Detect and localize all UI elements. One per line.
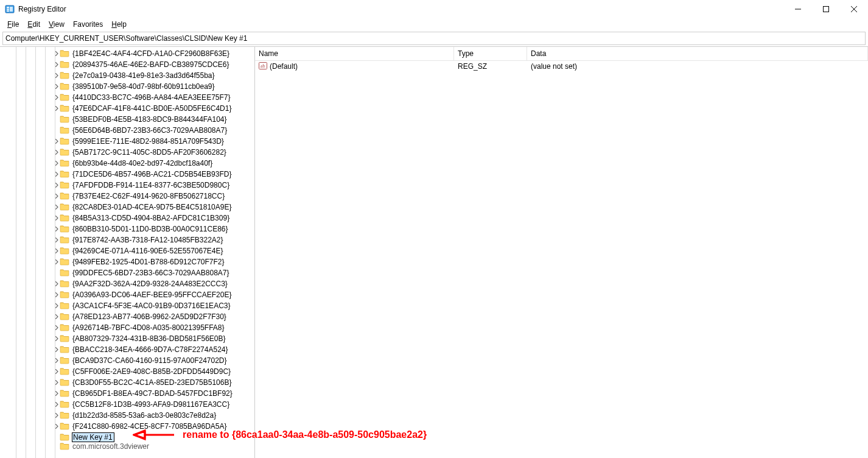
tree-item[interactable]: {CB965DF1-B8EA-49C7-BDAD-5457FDC1BF92} xyxy=(0,388,254,399)
expand-icon[interactable] xyxy=(54,149,60,155)
expand-icon[interactable] xyxy=(54,83,60,90)
address-bar[interactable]: Computer\HKEY_CURRENT_USER\Software\Clas… xyxy=(2,32,866,45)
svg-rect-4 xyxy=(10,7,13,12)
expand-icon[interactable] xyxy=(54,358,60,364)
expand-icon[interactable] xyxy=(54,72,60,79)
expand-icon[interactable] xyxy=(54,412,60,418)
tree-item[interactable]: {389510b7-9e58-40d7-98bf-60b911cb0ea9} xyxy=(0,81,254,92)
tree-item[interactable]: {7AFDFDDB-F914-11E4-8377-6C3BE50D980C} xyxy=(0,180,254,191)
col-name[interactable]: Name xyxy=(255,47,454,60)
folder-icon xyxy=(60,213,72,224)
menu-file[interactable]: File xyxy=(4,19,23,30)
tree-item[interactable]: {BBACC218-34EA-4666-9D7A-C78F2274A524} xyxy=(0,344,254,355)
tree-item[interactable]: {F241C880-6982-4CE5-8CF7-7085BA96DA5A} xyxy=(0,421,254,432)
menu-help[interactable]: Help xyxy=(108,19,130,30)
tree-item[interactable]: {5999E1EE-711E-48D2-9884-851A709F543D} xyxy=(0,136,254,147)
folder-icon xyxy=(60,147,72,158)
tree-item[interactable]: {A926714B-7BFC-4D08-A035-80021395FFA8} xyxy=(0,322,254,333)
expand-icon[interactable] xyxy=(54,281,60,287)
minimize-button[interactable] xyxy=(784,0,812,18)
tree-item-label: com.microsoft.3dviewer xyxy=(72,443,150,450)
tree-item[interactable]: {71DCE5D6-4B57-496B-AC21-CD5B54EB93FD} xyxy=(0,169,254,180)
tree-item[interactable]: {84B5A313-CD5D-4904-8BA2-AFDC81C1B309} xyxy=(0,213,254,224)
expand-icon[interactable] xyxy=(54,94,60,100)
tree-item[interactable]: {CB3D0F55-BC2C-4C1A-85ED-23ED75B5106B} xyxy=(0,377,254,388)
expand-icon[interactable] xyxy=(54,193,60,199)
expand-icon[interactable] xyxy=(54,292,60,298)
expand-icon[interactable] xyxy=(54,379,60,386)
tree-item[interactable]: {94269C4E-071A-4116-90E6-52E557067E4E} xyxy=(0,245,254,256)
tree-item[interactable]: {99DDFEC5-6BD7-23B3-66C3-7029AAB808A7} xyxy=(0,267,254,278)
expand-icon[interactable] xyxy=(54,215,60,221)
expand-icon[interactable] xyxy=(54,368,60,375)
tree-item[interactable]: {56E6D64B-6BD7-23B3-66C3-7029AAB808A7} xyxy=(0,125,254,136)
tree-item[interactable]: {C5FF006E-2AE9-408C-B85B-2DFDD5449D9C} xyxy=(0,366,254,377)
expand-icon[interactable] xyxy=(54,390,60,396)
address-text: Computer\HKEY_CURRENT_USER\Software\Clas… xyxy=(5,34,247,43)
expand-icon[interactable] xyxy=(54,248,60,254)
list-row[interactable]: ab(Default)REG_SZ(value not set) xyxy=(255,61,868,72)
rename-input[interactable]: New Key #1 xyxy=(72,432,114,442)
expand-icon[interactable] xyxy=(54,259,60,265)
expand-icon[interactable] xyxy=(54,138,60,144)
tree-item-editing[interactable]: New Key #1 xyxy=(0,432,254,443)
tree-item[interactable]: {82CA8DE3-01AD-4CEA-9D75-BE4C51810A9E} xyxy=(0,202,254,213)
tree-item[interactable]: {1BF42E4C-4AF4-4CFD-A1A0-CF2960B8F63E} xyxy=(0,48,254,59)
tree-item[interactable]: {A78ED123-AB77-406B-9962-2A5D9D2F7F30} xyxy=(0,311,254,322)
tree-item[interactable]: {860BB310-5D01-11D0-BD3B-00A0C911CE86} xyxy=(0,224,254,234)
tree-item[interactable]: {7B37E4E2-C62F-4914-9620-8FB5062718CC} xyxy=(0,191,254,202)
tree-item[interactable]: {BCA9D37C-CA60-4160-9115-97A00F24702D} xyxy=(0,355,254,366)
expand-icon[interactable] xyxy=(54,423,60,429)
expand-icon[interactable] xyxy=(54,303,60,309)
expand-icon[interactable] xyxy=(54,325,60,331)
tree-item[interactable]: {A0396A93-DC06-4AEF-BEE9-95FFCCAEF20E} xyxy=(0,289,254,300)
tree-item-label: {BBACC218-34EA-4666-9D7A-C78F2274A524} xyxy=(72,345,229,354)
tree-item[interactable]: {47E6DCAF-41F8-441C-BD0E-A50D5FE6C4D1} xyxy=(0,103,254,114)
menubar: File Edit View Favorites Help xyxy=(0,18,868,30)
expand-icon[interactable] xyxy=(54,314,60,320)
window-title: Registry Editor xyxy=(18,5,784,13)
menu-edit[interactable]: Edit xyxy=(24,19,44,30)
tree-item[interactable]: {CC5B12F8-1D3B-4993-AFA9-D981167EA3CC} xyxy=(0,399,254,410)
tree-item[interactable]: {53BEDF0B-4E5B-4183-8DC9-B844344FA104} xyxy=(0,114,254,125)
expand-icon[interactable] xyxy=(54,336,60,342)
tree-item[interactable]: {9AA2F32D-362A-42D9-9328-24A483E2CCC3} xyxy=(0,278,254,289)
close-button[interactable] xyxy=(840,0,868,18)
tree-item-label: {7AFDFDDB-F914-11E4-8377-6C3BE50D980C} xyxy=(72,181,230,189)
tree-item[interactable]: {9489FEB2-1925-4D01-B788-6D912C70F7F2} xyxy=(0,256,254,267)
expand-icon[interactable] xyxy=(54,51,60,57)
main-split: {1BF42E4C-4AF4-4CFD-A1A0-CF2960B8F63E}{2… xyxy=(0,46,868,458)
tree-item[interactable]: {A3CA1CF4-5F3E-4AC0-91B9-0D3716E1EAC3} xyxy=(0,300,254,311)
col-data[interactable]: Data xyxy=(527,47,868,60)
menu-favorites[interactable]: Favorites xyxy=(69,19,107,30)
tree-item[interactable]: {6bb93b4e-44d8-40e2-bd97-42dbcf18a40f} xyxy=(0,158,254,169)
folder-icon xyxy=(60,60,72,70)
expand-icon[interactable] xyxy=(54,105,60,111)
tree-item-label: {56E6D64B-6BD7-23B3-66C3-7029AAB808A7} xyxy=(72,126,228,135)
tree-item[interactable]: {5AB7172C-9C11-405C-8DD5-AF20F3606282} xyxy=(0,147,254,158)
menu-view[interactable]: View xyxy=(45,19,68,30)
tree-item[interactable]: com.microsoft.3dviewer xyxy=(0,443,254,450)
expand-icon[interactable] xyxy=(54,226,60,232)
regedit-icon xyxy=(5,4,15,14)
expand-icon[interactable] xyxy=(54,171,60,177)
expand-icon[interactable] xyxy=(54,401,60,407)
expand-icon[interactable] xyxy=(54,347,60,353)
maximize-button[interactable] xyxy=(812,0,840,18)
expand-icon[interactable] xyxy=(54,160,60,166)
folder-icon xyxy=(60,71,72,81)
expand-icon[interactable] xyxy=(54,62,60,68)
tree-item[interactable]: {d1b22d3d-8585-53a6-acb3-0e803c7e8d2a} xyxy=(0,410,254,421)
expand-icon[interactable] xyxy=(54,182,60,188)
col-type[interactable]: Type xyxy=(454,47,527,60)
tree-item[interactable]: {917E8742-AA3B-7318-FA12-10485FB322A2} xyxy=(0,234,254,245)
tree-scroll[interactable]: {1BF42E4C-4AF4-4CFD-A1A0-CF2960B8F63E}{2… xyxy=(0,47,254,458)
tree-item[interactable]: {4410DC33-BC7C-496B-AA84-4AEA3EEE75F7} xyxy=(0,92,254,103)
folder-icon xyxy=(60,301,72,311)
titlebar: Registry Editor xyxy=(0,0,868,18)
tree-item[interactable]: {20894375-46AE-46E2-BAFD-CB38975CDCE6} xyxy=(0,59,254,70)
tree-item[interactable]: {2e7c0a19-0438-41e9-81e3-3ad3d64f55ba} xyxy=(0,70,254,81)
tree-item[interactable]: {AB807329-7324-431B-8B36-DBD581F56E0B} xyxy=(0,333,254,344)
expand-icon[interactable] xyxy=(54,237,60,243)
expand-icon[interactable] xyxy=(54,204,60,210)
